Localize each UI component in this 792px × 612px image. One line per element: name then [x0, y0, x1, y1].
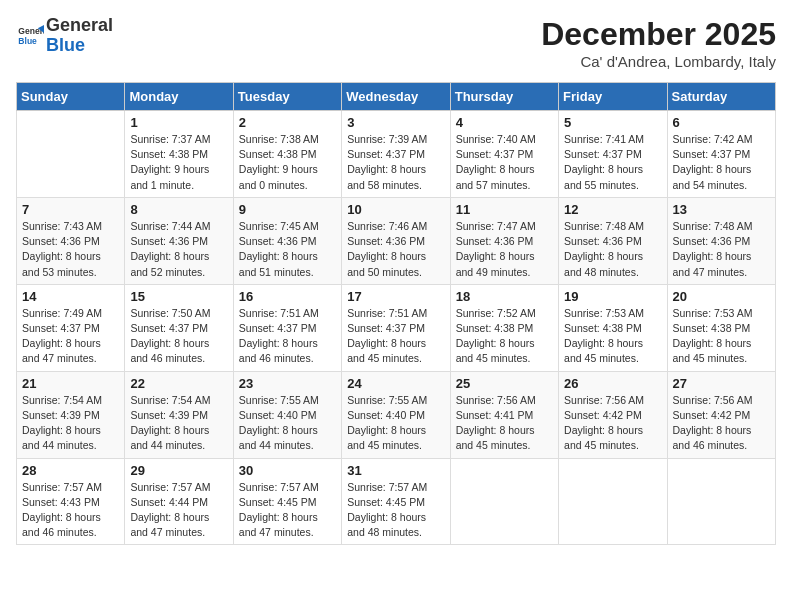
day-number: 8 — [130, 202, 227, 217]
day-info: Sunrise: 7:50 AM Sunset: 4:37 PM Dayligh… — [130, 306, 227, 367]
calendar-cell: 7Sunrise: 7:43 AM Sunset: 4:36 PM Daylig… — [17, 197, 125, 284]
day-info: Sunrise: 7:38 AM Sunset: 4:38 PM Dayligh… — [239, 132, 336, 193]
day-info: Sunrise: 7:42 AM Sunset: 4:37 PM Dayligh… — [673, 132, 770, 193]
weekday-header: Saturday — [667, 83, 775, 111]
day-number: 13 — [673, 202, 770, 217]
day-number: 18 — [456, 289, 553, 304]
calendar-cell: 30Sunrise: 7:57 AM Sunset: 4:45 PM Dayli… — [233, 458, 341, 545]
day-info: Sunrise: 7:48 AM Sunset: 4:36 PM Dayligh… — [564, 219, 661, 280]
calendar-cell: 8Sunrise: 7:44 AM Sunset: 4:36 PM Daylig… — [125, 197, 233, 284]
day-info: Sunrise: 7:57 AM Sunset: 4:43 PM Dayligh… — [22, 480, 119, 541]
weekday-header: Sunday — [17, 83, 125, 111]
weekday-header: Wednesday — [342, 83, 450, 111]
calendar-cell: 28Sunrise: 7:57 AM Sunset: 4:43 PM Dayli… — [17, 458, 125, 545]
calendar-cell: 21Sunrise: 7:54 AM Sunset: 4:39 PM Dayli… — [17, 371, 125, 458]
day-info: Sunrise: 7:49 AM Sunset: 4:37 PM Dayligh… — [22, 306, 119, 367]
day-number: 16 — [239, 289, 336, 304]
day-number: 24 — [347, 376, 444, 391]
day-info: Sunrise: 7:48 AM Sunset: 4:36 PM Dayligh… — [673, 219, 770, 280]
calendar-cell: 22Sunrise: 7:54 AM Sunset: 4:39 PM Dayli… — [125, 371, 233, 458]
day-info: Sunrise: 7:55 AM Sunset: 4:40 PM Dayligh… — [347, 393, 444, 454]
day-number: 20 — [673, 289, 770, 304]
calendar-cell: 19Sunrise: 7:53 AM Sunset: 4:38 PM Dayli… — [559, 284, 667, 371]
location-title: Ca' d'Andrea, Lombardy, Italy — [541, 53, 776, 70]
day-info: Sunrise: 7:56 AM Sunset: 4:42 PM Dayligh… — [673, 393, 770, 454]
weekday-header: Thursday — [450, 83, 558, 111]
title-section: December 2025 Ca' d'Andrea, Lombardy, It… — [541, 16, 776, 70]
day-number: 3 — [347, 115, 444, 130]
calendar-cell: 15Sunrise: 7:50 AM Sunset: 4:37 PM Dayli… — [125, 284, 233, 371]
calendar-cell: 5Sunrise: 7:41 AM Sunset: 4:37 PM Daylig… — [559, 111, 667, 198]
day-info: Sunrise: 7:45 AM Sunset: 4:36 PM Dayligh… — [239, 219, 336, 280]
day-info: Sunrise: 7:37 AM Sunset: 4:38 PM Dayligh… — [130, 132, 227, 193]
day-number: 26 — [564, 376, 661, 391]
calendar-cell: 23Sunrise: 7:55 AM Sunset: 4:40 PM Dayli… — [233, 371, 341, 458]
day-info: Sunrise: 7:56 AM Sunset: 4:42 PM Dayligh… — [564, 393, 661, 454]
day-number: 31 — [347, 463, 444, 478]
calendar-cell: 4Sunrise: 7:40 AM Sunset: 4:37 PM Daylig… — [450, 111, 558, 198]
day-info: Sunrise: 7:43 AM Sunset: 4:36 PM Dayligh… — [22, 219, 119, 280]
day-number: 30 — [239, 463, 336, 478]
day-info: Sunrise: 7:51 AM Sunset: 4:37 PM Dayligh… — [239, 306, 336, 367]
day-number: 11 — [456, 202, 553, 217]
calendar-cell: 13Sunrise: 7:48 AM Sunset: 4:36 PM Dayli… — [667, 197, 775, 284]
day-info: Sunrise: 7:56 AM Sunset: 4:41 PM Dayligh… — [456, 393, 553, 454]
day-info: Sunrise: 7:44 AM Sunset: 4:36 PM Dayligh… — [130, 219, 227, 280]
weekday-header: Friday — [559, 83, 667, 111]
calendar-cell: 6Sunrise: 7:42 AM Sunset: 4:37 PM Daylig… — [667, 111, 775, 198]
day-number: 5 — [564, 115, 661, 130]
calendar-cell: 27Sunrise: 7:56 AM Sunset: 4:42 PM Dayli… — [667, 371, 775, 458]
day-number: 25 — [456, 376, 553, 391]
calendar-cell: 20Sunrise: 7:53 AM Sunset: 4:38 PM Dayli… — [667, 284, 775, 371]
day-info: Sunrise: 7:54 AM Sunset: 4:39 PM Dayligh… — [130, 393, 227, 454]
calendar-cell: 12Sunrise: 7:48 AM Sunset: 4:36 PM Dayli… — [559, 197, 667, 284]
calendar-table: SundayMondayTuesdayWednesdayThursdayFrid… — [16, 82, 776, 545]
calendar-cell: 31Sunrise: 7:57 AM Sunset: 4:45 PM Dayli… — [342, 458, 450, 545]
logo-general: General — [46, 15, 113, 35]
day-number: 1 — [130, 115, 227, 130]
day-info: Sunrise: 7:47 AM Sunset: 4:36 PM Dayligh… — [456, 219, 553, 280]
calendar-cell: 29Sunrise: 7:57 AM Sunset: 4:44 PM Dayli… — [125, 458, 233, 545]
svg-text:Blue: Blue — [18, 36, 37, 46]
calendar-cell: 25Sunrise: 7:56 AM Sunset: 4:41 PM Dayli… — [450, 371, 558, 458]
day-info: Sunrise: 7:57 AM Sunset: 4:45 PM Dayligh… — [347, 480, 444, 541]
day-number: 22 — [130, 376, 227, 391]
day-info: Sunrise: 7:46 AM Sunset: 4:36 PM Dayligh… — [347, 219, 444, 280]
day-info: Sunrise: 7:51 AM Sunset: 4:37 PM Dayligh… — [347, 306, 444, 367]
day-number: 14 — [22, 289, 119, 304]
day-number: 23 — [239, 376, 336, 391]
day-info: Sunrise: 7:54 AM Sunset: 4:39 PM Dayligh… — [22, 393, 119, 454]
calendar-cell: 14Sunrise: 7:49 AM Sunset: 4:37 PM Dayli… — [17, 284, 125, 371]
day-number: 6 — [673, 115, 770, 130]
calendar-cell: 26Sunrise: 7:56 AM Sunset: 4:42 PM Dayli… — [559, 371, 667, 458]
weekday-header: Monday — [125, 83, 233, 111]
calendar-cell — [17, 111, 125, 198]
calendar-cell — [450, 458, 558, 545]
day-info: Sunrise: 7:41 AM Sunset: 4:37 PM Dayligh… — [564, 132, 661, 193]
day-number: 21 — [22, 376, 119, 391]
calendar-cell: 11Sunrise: 7:47 AM Sunset: 4:36 PM Dayli… — [450, 197, 558, 284]
day-number: 4 — [456, 115, 553, 130]
day-info: Sunrise: 7:55 AM Sunset: 4:40 PM Dayligh… — [239, 393, 336, 454]
calendar-cell — [559, 458, 667, 545]
calendar-cell: 18Sunrise: 7:52 AM Sunset: 4:38 PM Dayli… — [450, 284, 558, 371]
day-number: 10 — [347, 202, 444, 217]
day-number: 19 — [564, 289, 661, 304]
logo: General Blue General Blue — [16, 16, 113, 56]
day-info: Sunrise: 7:52 AM Sunset: 4:38 PM Dayligh… — [456, 306, 553, 367]
day-number: 27 — [673, 376, 770, 391]
calendar-cell: 24Sunrise: 7:55 AM Sunset: 4:40 PM Dayli… — [342, 371, 450, 458]
day-number: 9 — [239, 202, 336, 217]
calendar-cell: 1Sunrise: 7:37 AM Sunset: 4:38 PM Daylig… — [125, 111, 233, 198]
day-info: Sunrise: 7:53 AM Sunset: 4:38 PM Dayligh… — [564, 306, 661, 367]
month-title: December 2025 — [541, 16, 776, 53]
day-info: Sunrise: 7:57 AM Sunset: 4:45 PM Dayligh… — [239, 480, 336, 541]
day-number: 29 — [130, 463, 227, 478]
calendar-cell — [667, 458, 775, 545]
calendar-cell: 17Sunrise: 7:51 AM Sunset: 4:37 PM Dayli… — [342, 284, 450, 371]
day-info: Sunrise: 7:40 AM Sunset: 4:37 PM Dayligh… — [456, 132, 553, 193]
day-number: 28 — [22, 463, 119, 478]
day-info: Sunrise: 7:39 AM Sunset: 4:37 PM Dayligh… — [347, 132, 444, 193]
day-number: 2 — [239, 115, 336, 130]
calendar-cell: 2Sunrise: 7:38 AM Sunset: 4:38 PM Daylig… — [233, 111, 341, 198]
